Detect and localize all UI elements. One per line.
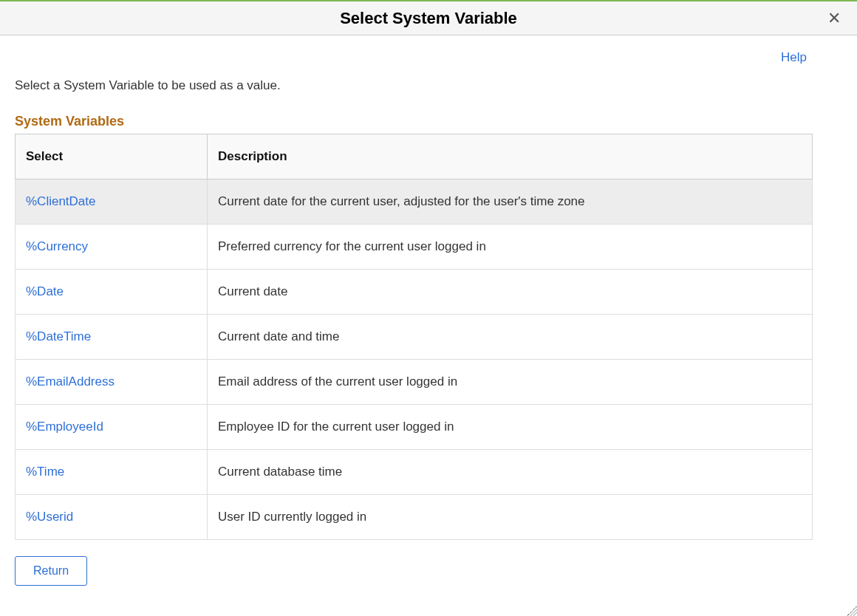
content-scroll[interactable]: Help Select a System Variable to be used…: [0, 35, 857, 616]
sysvar-desc: Employee ID for the current user logged …: [208, 405, 813, 450]
return-button[interactable]: Return: [15, 556, 87, 586]
table-row: %Currency Preferred currency for the cur…: [16, 225, 813, 270]
sysvar-desc: Preferred currency for the current user …: [208, 225, 813, 270]
sysvar-desc: Current date and time: [208, 315, 813, 360]
sysvar-link-emailaddress[interactable]: %EmailAddress: [26, 374, 115, 389]
table-header-select: Select: [16, 134, 208, 179]
dialog-title: Select System Variable: [340, 9, 517, 28]
sysvar-desc: Current date: [208, 270, 813, 315]
table-row: %EmployeeId Employee ID for the current …: [16, 405, 813, 450]
help-link[interactable]: Help: [15, 50, 813, 65]
table-row: %EmailAddress Email address of the curre…: [16, 360, 813, 405]
close-button[interactable]: ✕: [824, 7, 844, 30]
table-row: %Time Current database time: [16, 450, 813, 495]
close-icon: ✕: [827, 9, 841, 27]
system-variables-table: Select Description %ClientDate Current d…: [15, 134, 813, 540]
section-title: System Variables: [15, 114, 813, 129]
table-row: %ClientDate Current date for the current…: [16, 179, 813, 225]
sysvar-desc: User ID currently logged in: [208, 495, 813, 540]
sysvar-desc: Current date for the current user, adjus…: [208, 179, 813, 225]
content: Help Select a System Variable to be used…: [0, 35, 827, 608]
instruction-text: Select a System Variable to be used as a…: [15, 78, 813, 93]
table-row: %DateTime Current date and time: [16, 315, 813, 360]
sysvar-link-clientdate[interactable]: %ClientDate: [26, 194, 96, 208]
sysvar-desc: Current database time: [208, 450, 813, 495]
dialog-header: Select System Variable ✕: [0, 0, 857, 35]
table-header-description: Description: [208, 134, 813, 179]
sysvar-link-date[interactable]: %Date: [26, 284, 64, 298]
sysvar-link-currency[interactable]: %Currency: [26, 239, 88, 253]
sysvar-link-userid[interactable]: %Userid: [26, 510, 73, 524]
table-row: %Date Current date: [16, 270, 813, 315]
sysvar-link-time[interactable]: %Time: [26, 465, 64, 479]
sysvar-link-datetime[interactable]: %DateTime: [26, 329, 91, 343]
sysvar-desc: Email address of the current user logged…: [208, 360, 813, 405]
resize-handle-icon[interactable]: [847, 606, 857, 616]
sysvar-link-employeeid[interactable]: %EmployeeId: [26, 420, 103, 434]
table-row: %Userid User ID currently logged in: [16, 495, 813, 540]
